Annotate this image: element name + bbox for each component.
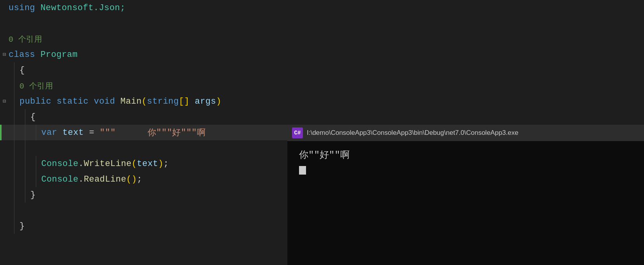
line-indicator-12 (0, 171, 9, 187)
console-class-2: Console (41, 175, 79, 184)
indent-guide-8-1 (9, 109, 19, 125)
sp9-1 (57, 128, 63, 138)
line-indicator-3 (0, 31, 9, 47)
code-content-11: Console . WriteLine ( text ) ; (41, 156, 169, 171)
indent-guide-14-1 (9, 203, 19, 218)
code-line-5: { (0, 62, 644, 78)
line-indicator-8 (0, 109, 9, 125)
line-indicator-4[interactable]: ⊟ (0, 47, 9, 62)
code-line-2 (0, 16, 644, 31)
code-line-4: ⊟ class Program (0, 47, 644, 62)
console-title: I:\demo\ConsoleApp3\ConsoleApp3\bin\Debu… (307, 129, 518, 137)
close-brace-inner: } (30, 190, 36, 200)
console-cursor (299, 166, 306, 175)
console-titlebar: C# I:\demo\ConsoleApp3\ConsoleApp3\bin\D… (287, 125, 644, 141)
static-keyword: static (57, 97, 89, 106)
text-var-name: text (63, 128, 84, 138)
sp1 (51, 97, 57, 106)
collapse-btn-7[interactable]: ⊟ (3, 99, 6, 104)
indent-guides-15 (9, 218, 19, 234)
verbatim-open: """ (100, 128, 116, 138)
semicolon-11: ; (164, 159, 169, 169)
code-line-6: 0 个引用 (0, 78, 644, 94)
sp2 (88, 97, 94, 106)
indent-guides-13 (9, 187, 30, 203)
line-indicator-7[interactable]: ⊟ (0, 94, 9, 109)
code-line-1: using Newtonsoft.Json; (0, 0, 644, 16)
code-line-3: 0 个引用 (0, 31, 644, 47)
chinese-hao: 好 (172, 127, 181, 138)
close-paren-1: ) (216, 97, 222, 106)
code-content-4: class Program (9, 47, 77, 62)
indent-guides-12 (9, 171, 41, 187)
indent-guide-9-2 (19, 125, 30, 140)
paren-rl-open: ( (126, 175, 132, 184)
code-content-5: { (19, 62, 25, 78)
paren-rl-close: ) (132, 175, 137, 184)
code-content-1: using Newtonsoft.Json; (9, 0, 125, 16)
code-content-7: public static void Main ( string [ ] arg… (19, 94, 222, 109)
dot-1: . (79, 159, 84, 169)
indent-guide-12-3 (30, 171, 41, 187)
indent-guide-11-2 (19, 156, 30, 171)
indent-guide-15-1 (9, 218, 19, 234)
dot-2: . (79, 175, 84, 184)
close-brace-outer: } (19, 221, 25, 231)
indent-guides-5 (9, 62, 19, 78)
args-param: args (195, 97, 216, 106)
console-window: C# I:\demo\ConsoleApp3\ConsoleApp3\bin\D… (287, 125, 644, 265)
sp9-3 (116, 128, 148, 138)
semicolon-12: ; (137, 175, 143, 184)
close-bracket: ] (184, 97, 190, 106)
line-indicator-11 (0, 156, 9, 171)
paren-wl-close: ) (158, 159, 164, 169)
program-class-name: Program (40, 50, 78, 60)
indent-guide-11-1 (9, 156, 19, 171)
void-keyword: void (94, 97, 115, 106)
sp4 (190, 97, 195, 106)
zero-refs-2: 0 个引用 (19, 81, 53, 91)
line-indicator-14 (0, 203, 9, 218)
line-indicator-2 (0, 16, 9, 31)
code-content-13: } (30, 187, 36, 203)
line-indicator-10 (0, 140, 9, 156)
sp3 (115, 97, 121, 106)
sp9-4 (206, 128, 290, 138)
using-keyword: using (9, 3, 35, 13)
indent-guide-5-1 (9, 62, 19, 78)
indent-guides-10 (9, 140, 30, 156)
indent-guide-13-2 (19, 187, 30, 203)
indent-guides-14 (9, 203, 19, 218)
code-content-8: { (30, 109, 36, 125)
space-1 (35, 3, 40, 13)
collapse-btn-4[interactable]: ⊟ (3, 52, 6, 57)
text-arg: text (137, 159, 158, 169)
line-indicator-6 (0, 78, 9, 94)
code-content-15: } (19, 218, 25, 234)
sp9-2: = (84, 128, 100, 138)
open-brace-2: { (30, 112, 36, 122)
paren-wl-open: ( (132, 159, 137, 169)
quote1: """ (156, 128, 172, 138)
space-4 (35, 50, 40, 60)
line-indicator-5 (0, 62, 9, 78)
chinese-ni: 你 (148, 127, 156, 138)
indent-guides-7 (9, 94, 19, 109)
main-method-name: Main (120, 97, 142, 106)
console-class-1: Console (41, 159, 79, 169)
code-content-12: Console . ReadLine ( ) ; (41, 171, 142, 187)
indent-guide-10-2 (19, 140, 30, 156)
code-content-3: 0 个引用 (9, 31, 42, 47)
chinese-a: 啊 (197, 127, 206, 138)
indent-guides-8 (9, 109, 30, 125)
indent-guide-12-2 (19, 171, 30, 187)
indent-guide-13-1 (9, 187, 19, 203)
indent-guide-6-1 (9, 78, 19, 94)
open-bracket: [ (179, 97, 184, 106)
indent-guides-11 (9, 156, 41, 171)
quote2: """ (181, 128, 197, 138)
indent-guides-6 (9, 78, 19, 94)
open-brace-1: { (19, 65, 25, 75)
zero-refs-1: 0 个引用 (9, 34, 42, 44)
readline-method: ReadLine (84, 175, 126, 184)
